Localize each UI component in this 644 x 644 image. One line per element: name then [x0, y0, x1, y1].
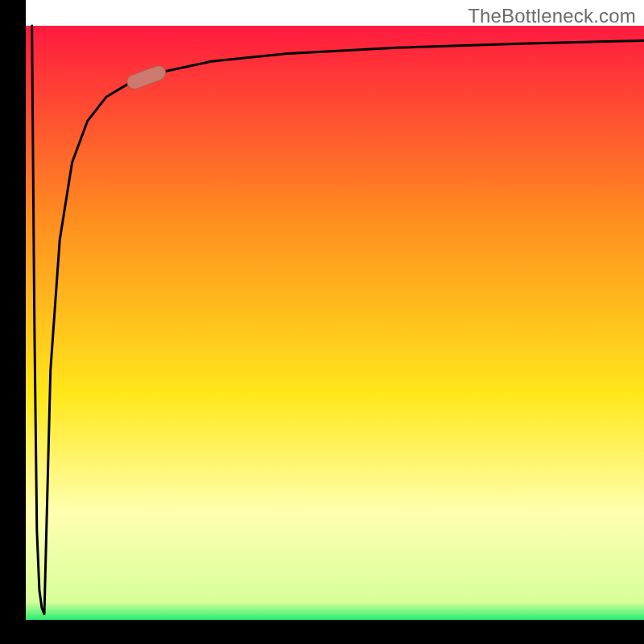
watermark-text: TheBottleneck.com — [468, 5, 636, 27]
chart-container: TheBottleneck.com — [0, 0, 644, 644]
left-border — [0, 0, 26, 644]
plot-background — [26, 26, 644, 620]
bottom-border — [0, 620, 644, 644]
chart-svg — [0, 0, 644, 644]
